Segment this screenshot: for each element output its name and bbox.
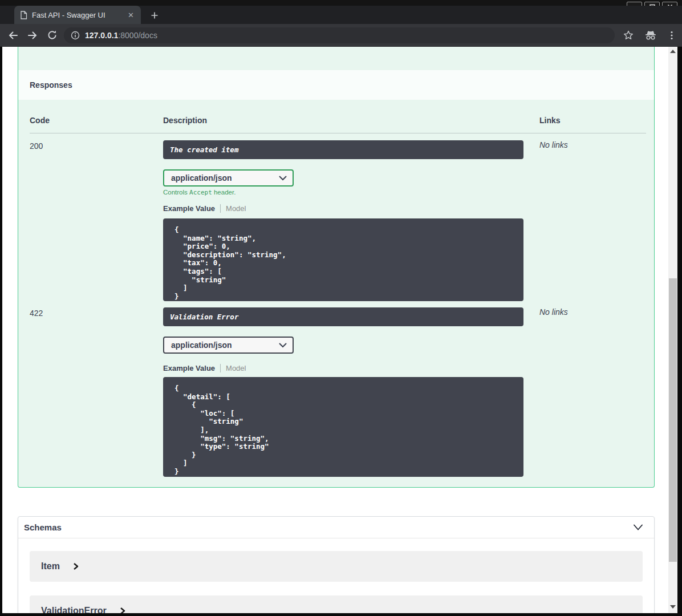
example-model-tabs-422: Example Value Model xyxy=(163,364,246,372)
response-description-422: Validation Error xyxy=(163,307,523,326)
toolbar-right-icons xyxy=(623,27,676,43)
tab-model[interactable]: Model xyxy=(226,364,246,372)
schemas-body: Item ValidationError xyxy=(18,538,654,613)
model-validationerror[interactable]: ValidationError xyxy=(30,595,643,613)
plus-icon xyxy=(151,11,159,19)
back-icon xyxy=(7,30,19,41)
media-type-value: application/json xyxy=(171,173,232,183)
links-value-422: No links xyxy=(539,307,568,317)
media-type-select-422[interactable]: application/json xyxy=(163,337,294,354)
chevron-right-icon xyxy=(72,562,79,571)
responses-section-header: Responses xyxy=(18,70,654,100)
back-button[interactable] xyxy=(5,27,22,44)
document-icon xyxy=(20,11,27,19)
model-name: Item xyxy=(41,561,60,572)
incognito-icon xyxy=(644,30,657,40)
tab-example-value[interactable]: Example Value xyxy=(163,364,215,372)
response-description-text: Validation Error xyxy=(170,313,238,321)
swagger-page: Responses Code Description Links 200 The… xyxy=(2,47,668,613)
chevron-right-icon xyxy=(119,606,126,613)
tab-separator xyxy=(220,364,221,372)
tab-separator xyxy=(220,204,221,213)
schemas-header[interactable]: Schemas xyxy=(18,517,654,538)
address-bar[interactable]: 127.0.0.1:8000/docs xyxy=(64,27,615,43)
media-type-value: application/json xyxy=(171,341,232,350)
info-icon xyxy=(71,31,80,40)
browser-toolbar: 127.0.0.1:8000/docs xyxy=(0,24,682,47)
reload-button[interactable] xyxy=(43,27,60,44)
url-text: 127.0.0.1:8000/docs xyxy=(85,31,157,40)
column-header-links: Links xyxy=(539,116,561,125)
responses-title: Responses xyxy=(30,80,72,90)
tab-strip: Fast API - Swagger UI ✕ xyxy=(0,6,682,24)
forward-icon xyxy=(27,30,38,41)
links-value-200: No links xyxy=(539,140,568,149)
forward-button[interactable] xyxy=(24,27,41,44)
scroll-up-icon[interactable] xyxy=(670,50,676,53)
example-json-422: { "detail": [ { "loc": [ "string" ], "ms… xyxy=(163,377,523,477)
response-description-200: The created item xyxy=(163,140,523,159)
column-header-code: Code xyxy=(30,116,50,125)
column-header-description: Description xyxy=(163,116,207,125)
url-host: 127.0.0.1 xyxy=(85,31,118,40)
scroll-down-icon[interactable] xyxy=(670,605,676,609)
tab-example-value[interactable]: Example Value xyxy=(163,204,215,213)
tab-title: Fast API - Swagger UI xyxy=(32,11,122,19)
chevron-down-icon xyxy=(279,343,287,348)
chevron-down-icon xyxy=(279,176,287,181)
menu-dots-icon[interactable] xyxy=(667,30,676,40)
media-type-select-200[interactable]: application/json xyxy=(163,169,294,187)
chevron-down-icon[interactable] xyxy=(632,524,644,532)
scrollbar-thumb[interactable] xyxy=(669,278,677,562)
accept-note-suffix: header. xyxy=(212,189,236,196)
model-item[interactable]: Item xyxy=(30,551,643,582)
reload-icon xyxy=(47,30,58,40)
new-tab-button[interactable] xyxy=(148,9,161,22)
response-description-text: The created item xyxy=(170,145,238,154)
window-titlebar xyxy=(0,0,682,6)
accept-header-note: Controls Accept header. xyxy=(163,189,236,196)
accept-note-code: Accept xyxy=(189,189,212,196)
page-scrollbar[interactable] xyxy=(668,47,677,613)
response-code-200: 200 xyxy=(30,141,43,151)
model-name: ValidationError xyxy=(41,606,107,613)
accept-note-prefix: Controls xyxy=(163,189,189,196)
url-path: :8000/docs xyxy=(118,31,157,40)
browser-tab[interactable]: Fast API - Swagger UI ✕ xyxy=(14,6,141,24)
star-icon[interactable] xyxy=(623,30,634,41)
table-header-divider xyxy=(30,133,646,133)
operation-block: Responses Code Description Links 200 The… xyxy=(18,47,655,488)
example-model-tabs-200: Example Value Model xyxy=(163,204,246,213)
response-code-422: 422 xyxy=(30,309,43,318)
example-json-200: { "name": "string", "price": 0, "descrip… xyxy=(163,218,523,301)
tab-model[interactable]: Model xyxy=(226,204,246,213)
schemas-title: Schemas xyxy=(24,522,62,532)
close-tab-button[interactable]: ✕ xyxy=(127,11,135,19)
schemas-section: Schemas Item ValidationError xyxy=(18,516,655,613)
